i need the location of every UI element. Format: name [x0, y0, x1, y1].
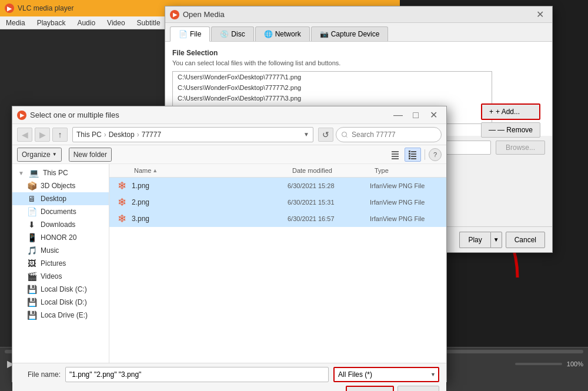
file-icon-2png: ❄ — [114, 196, 129, 208]
fb-secondary-toolbar: Organize New folder ? — [12, 145, 446, 164]
fb-cancel-btn[interactable]: Cancel — [397, 386, 439, 391]
svg-rect-8 — [409, 155, 410, 157]
open-media-tabs: 📄 File 💿 Disc 🌐 Network 📷 Capture Device — [165, 23, 552, 42]
menu-audio[interactable]: Audio — [75, 18, 98, 28]
fb-up-btn[interactable]: ↑ — [52, 128, 68, 142]
fb-forward-btn[interactable]: ▶ — [35, 128, 50, 142]
file-type-2png: IrfanView PNG File — [370, 199, 446, 206]
menu-media[interactable]: Media — [4, 18, 28, 28]
tab-disc[interactable]: 💿 Disc — [211, 26, 253, 41]
svg-rect-11 — [411, 158, 416, 159]
filetype-select[interactable]: All Files (*) PNG Files (*.png) — [333, 367, 439, 382]
open-media-titlebar: ▶ Open Media ✕ — [165, 6, 552, 23]
tab-file-label: File — [190, 30, 201, 38]
sidebar-item-local-e[interactable]: 💾 Loca Drive (E:) — [12, 309, 109, 322]
play-button[interactable]: Play — [459, 232, 490, 248]
file-type-1png: IrfanView PNG File — [370, 182, 446, 189]
add-file-btn[interactable]: + + Add... — [481, 103, 540, 120]
fb-close-btn[interactable]: ✕ — [425, 108, 442, 122]
sidebar-item-desktop[interactable]: 🖥 Desktop — [12, 192, 109, 205]
local-d-icon: 💾 — [26, 298, 37, 306]
fb-column-headers: Name ▲ Date modified Type — [109, 164, 446, 178]
fb-back-btn[interactable]: ◀ — [17, 128, 32, 142]
disc-tab-icon: 💿 — [220, 30, 229, 38]
sidebar-label-local-d: Local Disk (D:) — [41, 298, 87, 306]
menu-video[interactable]: Video — [105, 18, 127, 28]
file-row-3png[interactable]: ❄ 3.png 6/30/2021 16:57 IrfanView PNG Fi… — [109, 210, 446, 227]
sidebar-item-downloads[interactable]: ⬇ Downloads — [12, 218, 109, 231]
svg-rect-2 — [392, 156, 399, 157]
sidebar-item-honor20[interactable]: 📱 HONOR 20 — [12, 231, 109, 244]
sidebar-item-3d-objects[interactable]: 📦 3D Objects — [12, 179, 109, 192]
fb-path-dropdown[interactable]: ▼ — [303, 131, 309, 138]
fb-path-sep2: › — [137, 131, 139, 139]
sidebar-item-documents[interactable]: 📄 Documents — [12, 205, 109, 218]
fb-path-pc[interactable]: This PC — [76, 131, 102, 139]
sidebar-label-documents: Documents — [41, 208, 76, 216]
fb-organize-btn[interactable]: Organize — [17, 148, 62, 162]
file-name-2png: 2.png — [129, 198, 288, 206]
sidebar-item-videos[interactable]: 🎬 Videos — [12, 270, 109, 283]
sidebar-item-local-d[interactable]: 💾 Local Disk (D:) — [12, 296, 109, 309]
fb-title-buttons: — □ ✕ — [390, 108, 442, 122]
filename-label: File name: — [19, 370, 61, 379]
sidebar-label-local-c: Local Disk (C:) — [41, 285, 87, 293]
sidebar-item-this-pc[interactable]: ▼ 💻 This PC — [12, 166, 109, 179]
sidebar-item-local-c[interactable]: 💾 Local Disk (C:) — [12, 283, 109, 296]
col-header-date[interactable]: Date modified — [288, 166, 370, 175]
sidebar-item-pictures[interactable]: 🖼 Pictures — [12, 257, 109, 270]
desktop-icon: 🖥 — [26, 195, 37, 203]
open-media-close-btn[interactable]: ✕ — [533, 8, 547, 21]
svg-rect-3 — [392, 158, 399, 159]
fb-search-input[interactable] — [336, 127, 442, 142]
menu-subtitle[interactable]: Subtitle — [135, 18, 163, 28]
file-list-item[interactable]: C:\Users\WonderFox\Desktop\77777\1.png — [173, 72, 492, 82]
file-row-1png[interactable]: ❄ 1.png 6/30/2021 15:28 IrfanView PNG Fi… — [109, 178, 446, 194]
fb-sidebar: ▼ 💻 This PC 📦 3D Objects 🖥 Desktop 📄 Doc… — [12, 164, 109, 363]
fb-open-btn[interactable]: Open — [346, 386, 393, 391]
fb-toolbar: ◀ ▶ ↑ This PC › Desktop › 77777 ▼ ↺ — [12, 124, 446, 145]
remove-file-btn[interactable]: — — Remove — [481, 122, 540, 138]
vlc-icon: ▶ — [5, 4, 14, 13]
file-name-3png: 3.png — [129, 215, 288, 223]
view-separator — [425, 149, 425, 160]
fb-content: ▼ 💻 This PC 📦 3D Objects 🖥 Desktop 📄 Doc… — [12, 164, 446, 363]
fb-refresh-btn[interactable]: ↺ — [318, 128, 333, 142]
documents-icon: 📄 — [26, 208, 37, 216]
png-icon-1: ❄ — [118, 179, 126, 192]
fb-help-btn[interactable]: ? — [429, 148, 442, 161]
tab-capture[interactable]: 📷 Capture Device — [311, 26, 389, 41]
file-actions: + + Add... — — Remove — [481, 103, 540, 138]
cancel-button[interactable]: Cancel — [506, 232, 545, 248]
filename-input[interactable] — [65, 367, 329, 382]
capture-tab-icon: 📷 — [320, 30, 329, 38]
browse-btn[interactable]: Browse... — [496, 141, 545, 155]
sidebar-item-music[interactable]: 🎵 Music — [12, 244, 109, 257]
fb-path-folder[interactable]: 77777 — [142, 131, 161, 139]
png-icon-2: ❄ — [118, 196, 126, 209]
col-header-name[interactable]: Name ▲ — [129, 166, 288, 175]
sidebar-label-this-pc: This PC — [43, 169, 68, 177]
list-view-icon — [390, 150, 400, 159]
svg-rect-5 — [411, 151, 416, 152]
file-row-2png[interactable]: ❄ 2.png 6/30/2021 15:31 IrfanView PNG Fi… — [109, 194, 446, 210]
fb-list-view-btn[interactable] — [387, 148, 403, 162]
fb-path-desktop[interactable]: Desktop — [109, 131, 135, 139]
file-list-item[interactable]: C:\Users\WonderFox\Desktop\77777\3.png — [173, 93, 492, 103]
png-icon-3: ❄ — [118, 212, 126, 225]
play-dropdown-btn[interactable]: ▼ — [490, 232, 502, 248]
svg-rect-0 — [392, 151, 399, 152]
fb-detail-view-btn[interactable] — [405, 148, 421, 162]
fb-new-folder-btn[interactable]: New folder — [69, 148, 112, 162]
menu-playback[interactable]: Playback — [35, 18, 68, 28]
svg-rect-1 — [392, 153, 399, 155]
file-list-item[interactable]: C:\Users\WonderFox\Desktop\77777\2.png — [173, 82, 492, 93]
tab-network[interactable]: 🌐 Network — [255, 26, 310, 41]
fb-maximize-btn[interactable]: □ — [407, 108, 424, 122]
col-header-type[interactable]: Type — [370, 166, 446, 175]
tab-file[interactable]: 📄 File — [170, 26, 210, 42]
vlc-volume-slider[interactable] — [515, 363, 562, 365]
svg-rect-9 — [411, 156, 416, 157]
fb-minimize-btn[interactable]: — — [390, 108, 406, 122]
file-date-1png: 6/30/2021 15:28 — [288, 182, 370, 189]
